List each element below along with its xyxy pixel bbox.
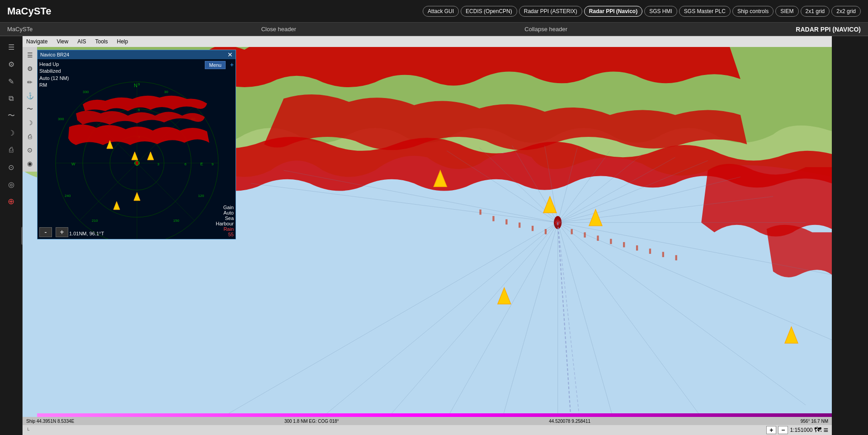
- sub-header-left[interactable]: MaCySTe: [7, 26, 33, 33]
- radar-gain-controls: Gain Auto Sea Harbour Rain 55: [216, 205, 234, 237]
- menu-view[interactable]: View: [55, 37, 70, 46]
- sidebar: ☰ ⚙ ✎ ⧉ 〜 ☽ ⎙ ⊙ ◎ ⊕ ›: [0, 36, 23, 435]
- map-bottom-bar: └ + − 1:151000 🗺 ≡: [23, 425, 832, 435]
- radar-menu-button[interactable]: Menu: [205, 61, 226, 69]
- svg-text:9: 9: [138, 82, 140, 86]
- sidebar-hamburger-icon[interactable]: ☰: [4, 40, 19, 54]
- coordinates: 44.520078 9.258411: [549, 419, 590, 424]
- nav-tab-2x1-grid[interactable]: 2x1 grid: [801, 6, 830, 17]
- svg-rect-43: [610, 239, 612, 244]
- nav-tab-radar-ppi-asterix-[interactable]: Radar PPI (ASTERIX): [519, 6, 582, 17]
- tool-anchor[interactable]: ⚓: [24, 89, 36, 102]
- sea-value: Harbour: [216, 221, 234, 226]
- sea-label: Sea: [216, 215, 234, 221]
- tool-radar[interactable]: ◉: [24, 157, 36, 170]
- sub-header-collapse[interactable]: Collapse header: [524, 26, 567, 33]
- tool-clock[interactable]: ⊙: [24, 144, 36, 156]
- svg-text:9: 9: [212, 162, 214, 166]
- radar-window: Navico BR24 ✕ Head Up Stabilized Auto (1…: [37, 50, 236, 239]
- map-menu-icon[interactable]: ≡: [823, 426, 828, 435]
- nav-tab-sgs-hmi[interactable]: SGS HMI: [644, 6, 677, 17]
- zoom-out-button[interactable]: −: [778, 426, 788, 434]
- menu-tools[interactable]: Tools: [94, 37, 110, 46]
- svg-text:120: 120: [198, 194, 204, 198]
- nav-tab-attack-gui[interactable]: Attack GUI: [423, 6, 459, 17]
- svg-text:30: 30: [164, 90, 168, 94]
- sidebar-layers-icon[interactable]: ⧉: [4, 91, 19, 106]
- svg-text:W: W: [71, 162, 75, 166]
- gain-value: Auto: [216, 210, 234, 215]
- nav-tabs: Attack GUIECDIS (OpenCPN)Radar PPI (ASTE…: [423, 6, 861, 17]
- radar-zoom-in-button[interactable]: +: [56, 227, 68, 237]
- svg-text:E: E: [200, 162, 203, 166]
- sidebar-settings-icon[interactable]: ⚙: [4, 57, 19, 71]
- radar-crosshair-button[interactable]: +: [230, 61, 234, 68]
- svg-rect-47: [662, 252, 664, 257]
- nav-tab-sgs-master-plc[interactable]: SGS Master PLC: [679, 6, 731, 17]
- radar-ppi-display: N E W 30 60 120 150 210 240 300 330 3: [38, 68, 236, 239]
- app-header: MaCySTe Attack GUIECDIS (OpenCPN)Radar P…: [0, 0, 868, 23]
- rain-value: 55: [216, 232, 234, 237]
- radar-titlebar: Navico BR24 ✕: [38, 50, 236, 59]
- tool-wave[interactable]: 〜: [24, 103, 36, 116]
- nav-tab-ecdis-opencpn-[interactable]: ECDIS (OpenCPN): [461, 6, 517, 17]
- nav-tab-2x2-grid[interactable]: 2x2 grid: [831, 6, 861, 17]
- radar-mode: RM: [39, 82, 69, 89]
- radar-close-button[interactable]: ✕: [227, 51, 233, 58]
- app-title: MaCySTe: [7, 5, 51, 17]
- sidebar-cursor-icon[interactable]: ✎: [4, 74, 19, 89]
- tool-print[interactable]: ⎙: [24, 130, 36, 143]
- svg-rect-59: [38, 68, 236, 239]
- sidebar-route-icon[interactable]: 〜: [4, 108, 19, 123]
- svg-text:210: 210: [92, 219, 98, 223]
- ship-position: Ship 44.3951N 8.5334E: [26, 419, 74, 424]
- menu-ais[interactable]: AIS: [75, 37, 88, 46]
- svg-rect-35: [492, 216, 494, 221]
- radar-orientation: Head Up: [39, 61, 69, 68]
- nav-tab-siem[interactable]: SIEM: [775, 6, 798, 17]
- radar-range: Auto (12 NM): [39, 75, 69, 82]
- status-bar: Ship 44.3951N 8.5334E 300 1.8 NM EG: COG…: [23, 417, 832, 425]
- map-container[interactable]: Navigate View AIS Tools Help ☰ ⚙ ✏ ⚓ 〜 ☽…: [23, 36, 832, 435]
- svg-rect-44: [623, 242, 625, 248]
- nav-tab-radar-ppi-navico-[interactable]: Radar PPI (Navico): [584, 6, 642, 17]
- radar-title: Navico BR24: [40, 52, 69, 57]
- sidebar-print-icon[interactable]: ⎙: [4, 143, 19, 157]
- tool-hamburger[interactable]: ☰: [24, 49, 36, 61]
- svg-rect-48: [675, 255, 677, 261]
- radar-zoom-out-button[interactable]: -: [39, 227, 52, 237]
- svg-text:150: 150: [173, 219, 179, 223]
- svg-text:3: 3: [157, 162, 160, 166]
- tool-pencil[interactable]: ✏: [24, 76, 36, 89]
- svg-text:N: N: [134, 83, 137, 88]
- svg-rect-41: [584, 232, 585, 238]
- tool-moon[interactable]: ☽: [24, 117, 36, 129]
- svg-rect-39: [545, 229, 547, 234]
- zoom-in-button[interactable]: +: [766, 426, 776, 434]
- svg-text:330: 330: [83, 90, 89, 94]
- svg-rect-46: [649, 248, 651, 254]
- distance-bearing: 956° 16.7 NM: [801, 419, 828, 424]
- sidebar-lifering-icon[interactable]: ⊕: [4, 194, 19, 209]
- svg-rect-37: [519, 223, 520, 228]
- menu-navigate[interactable]: Navigate: [24, 37, 49, 46]
- sidebar-compass-icon[interactable]: ⊙: [4, 160, 19, 174]
- svg-rect-40: [571, 229, 573, 234]
- scale-ratio: 1:151000: [790, 427, 812, 433]
- svg-rect-34: [479, 210, 481, 215]
- radar-display: Head Up Stabilized Auto (12 NM) RM Menu …: [38, 59, 236, 239]
- map-toolbar: ☰ ⚙ ✏ ⚓ 〜 ☽ ⎙ ⊙ ◉: [23, 47, 37, 172]
- gain-label: Gain: [216, 205, 234, 210]
- nav-tab-ship-controls[interactable]: Ship controls: [732, 6, 774, 17]
- map-type-icon[interactable]: 🗺: [814, 426, 821, 434]
- sub-header-close[interactable]: Close header: [261, 26, 296, 33]
- sub-header: MaCySTe Close header Collapse header RAD…: [0, 23, 868, 36]
- right-panel: [832, 36, 868, 435]
- svg-text:300: 300: [58, 117, 64, 121]
- tool-settings[interactable]: ⚙: [24, 62, 36, 75]
- menu-help[interactable]: Help: [115, 37, 130, 46]
- sidebar-clock-icon[interactable]: ☽: [4, 126, 19, 140]
- sidebar-radar-icon[interactable]: ◎: [4, 177, 19, 192]
- radar-distance-readout: 1.01NM, 96.1°T: [69, 231, 104, 236]
- svg-rect-92: [136, 161, 138, 165]
